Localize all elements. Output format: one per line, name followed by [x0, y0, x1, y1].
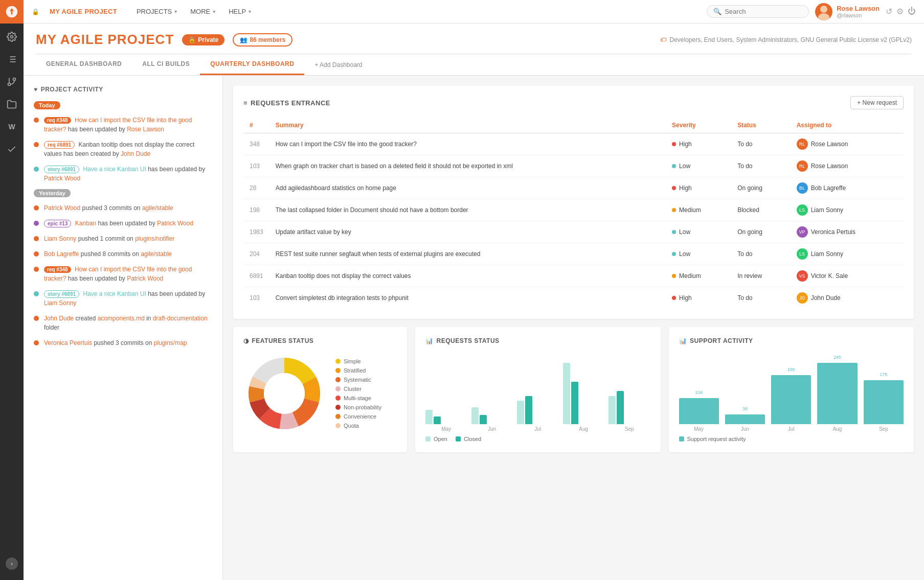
bar-open: [563, 363, 570, 424]
legend-dot: [335, 396, 341, 401]
new-request-button[interactable]: + New request: [850, 96, 904, 109]
activity-dot: [34, 340, 39, 345]
search-icon: 🔍: [713, 8, 722, 15]
tab-quarterly-dashboard[interactable]: QUARTERLY DASHBOARD: [200, 54, 304, 75]
requests-status-title: 📊 REQUESTS STATUS: [425, 337, 650, 344]
cell-assigned: BL Bob Lagreffe: [791, 177, 904, 199]
dashboard-tabs: GENERAL DASHBOARD ALL CI BUILDS QUARTERL…: [36, 54, 912, 75]
project-tags: 🏷 Developers, End Users, System Administ…: [660, 36, 912, 43]
activity-text: Patrick Wood pushed 3 commits on agile/s…: [44, 203, 212, 213]
donut-legend: Simple Stratified Systematic: [335, 358, 381, 429]
lock-icon: 🔒: [32, 8, 39, 15]
cell-severity: High: [666, 287, 731, 309]
nav-projects[interactable]: PROJECTS ▼: [131, 6, 183, 17]
tab-add-dashboard[interactable]: + Add Dashboard: [304, 54, 372, 75]
cell-severity: High: [666, 133, 731, 155]
members-badge[interactable]: 👥 86 members: [233, 33, 292, 47]
user-avatar: [815, 3, 832, 20]
settings-icon[interactable]: [0, 26, 24, 48]
members-icon: 👥: [240, 36, 247, 43]
user-info: Rose Lawson @rlawson: [837, 5, 880, 18]
list-item: req #348 How can I import the CSV file i…: [34, 115, 212, 134]
req-badge: req #348: [44, 117, 71, 124]
sidebar-logo[interactable]: [0, 0, 24, 24]
today-label: Today: [34, 101, 60, 109]
folder-icon[interactable]: [0, 93, 24, 115]
list-item: epic #13 Kanban has been updated by Patr…: [34, 219, 212, 228]
x-label: May: [679, 426, 719, 432]
activity-icon: ♥: [34, 86, 38, 93]
wiki-icon[interactable]: W: [0, 115, 24, 138]
list-item: story #6891 Have a nice Kanban UI has be…: [34, 289, 212, 308]
legend-dot: [335, 423, 341, 428]
nav-more[interactable]: MORE ▼: [185, 6, 221, 17]
requests-card: ≡ REQUESTS ENTRANCE + New request # Summ…: [233, 86, 914, 319]
features-status-card: ◑ FEATURES STATUS: [233, 327, 407, 452]
bar-closed: [525, 396, 532, 424]
person-link[interactable]: Rose Lawson: [127, 126, 164, 133]
cell-summary: How can I import the CSV file into the g…: [269, 133, 666, 155]
requests-bar-chart: [425, 353, 650, 424]
severity-dot: [672, 274, 676, 278]
bar-open: [425, 410, 433, 424]
sidebar-toggle[interactable]: ›: [6, 558, 18, 570]
features-status-title: ◑ FEATURES STATUS: [243, 337, 397, 344]
mini-avatar: LS: [797, 204, 808, 216]
activity-text: req #348 How can I import the CSV file i…: [44, 115, 212, 134]
topnav-right: 🔍 Rose Lawson @rlawson ↺ ⚙ ⏻: [707, 3, 916, 20]
x-label: Sep: [864, 426, 904, 432]
x-label: Jun: [471, 426, 513, 432]
tags-text: Developers, End Users, System Administra…: [669, 36, 912, 43]
requests-x-labels: MayJunJulAugSep: [425, 426, 650, 432]
legend-item: Stratified: [335, 367, 381, 374]
severity-dot: [672, 164, 676, 168]
closed-color: [456, 436, 461, 442]
legend-dot: [335, 414, 341, 419]
search-box[interactable]: 🔍: [707, 5, 809, 18]
cell-summary: Add agiledashboard statistics on home pa…: [269, 177, 666, 199]
git-branch-icon[interactable]: [0, 71, 24, 93]
support-x-labels: MayJunJulAugSep: [679, 426, 904, 432]
bar-open: [609, 396, 616, 424]
support-bar: 245: [817, 363, 857, 424]
mini-avatar: VP: [797, 226, 808, 238]
person-link[interactable]: John Dude: [121, 150, 150, 157]
severity-dot: [672, 186, 676, 190]
tab-ci-builds[interactable]: ALL CI BUILDS: [132, 54, 200, 75]
gear-icon[interactable]: ⚙: [896, 7, 904, 16]
activity-text: Veronica Peertuis pushed 3 commits on pl…: [44, 338, 212, 347]
support-chart-icon: 📊: [679, 337, 687, 344]
list-item: req #348 How can I import the CSV file i…: [34, 265, 212, 283]
list-item: John Dude created acomponents.md in draf…: [34, 314, 212, 332]
bar-closed: [571, 382, 578, 424]
table-row: 198 The last collapsed folder in Documen…: [243, 199, 904, 221]
taiga-logo-icon: [5, 5, 19, 19]
user-area[interactable]: Rose Lawson @rlawson: [815, 3, 880, 20]
list-title-icon: ≡: [243, 99, 247, 107]
nav-help[interactable]: HELP ▼: [223, 6, 257, 17]
search-input[interactable]: [725, 8, 801, 15]
cell-summary: Kanban tooltip does not display the corr…: [269, 265, 666, 287]
cell-status: To do: [731, 287, 790, 309]
list-icon[interactable]: [0, 48, 24, 71]
user-handle: @rlawson: [837, 12, 880, 18]
svg-point-0: [11, 36, 13, 38]
legend-dot: [335, 377, 341, 382]
svg-point-10: [820, 6, 827, 13]
person-link[interactable]: Patrick Wood: [44, 175, 80, 182]
col-summary: Summary: [269, 118, 666, 133]
table-row: 204 REST test suite runner segfault when…: [243, 243, 904, 265]
activity-dot: [34, 167, 39, 172]
support-activity-title: 📊 SUPPORT ACTIVITY: [679, 337, 904, 344]
bar-group: [425, 410, 467, 424]
table-row: 103 When graph on tracker chart is based…: [243, 155, 904, 177]
topnav-action-icons: ↺ ⚙ ⏻: [886, 7, 916, 16]
tab-general-dashboard[interactable]: GENERAL DASHBOARD: [36, 54, 132, 75]
history-icon[interactable]: ↺: [886, 7, 892, 16]
more-arrow-icon: ▼: [212, 9, 216, 14]
power-icon[interactable]: ⏻: [908, 7, 916, 16]
check-icon[interactable]: [0, 138, 24, 160]
nav-project-name[interactable]: MY AGILE PROJECT: [50, 8, 117, 15]
cell-assigned: LS Liam Sonny: [791, 243, 904, 265]
bar-closed: [434, 416, 441, 424]
